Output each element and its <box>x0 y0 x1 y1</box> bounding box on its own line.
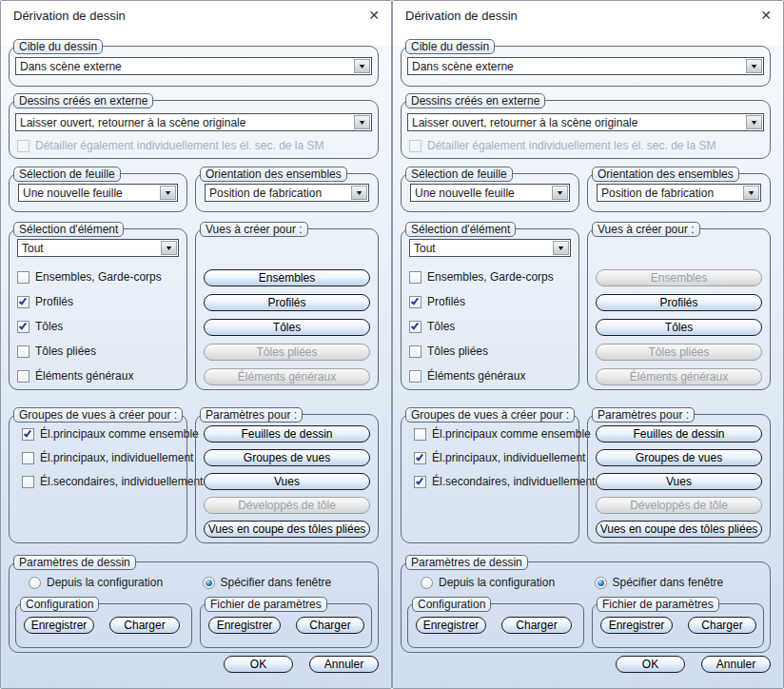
combobox-dropdown-button[interactable]: ▼ <box>351 186 367 200</box>
combobox-dropdown-button[interactable]: ▼ <box>746 59 762 73</box>
checkbox-box[interactable] <box>409 370 421 383</box>
view-group-checkbox[interactable]: Él.principaux, individuellement <box>414 451 571 464</box>
externe-combobox[interactable]: Laisser ouvert, retourner à la scène ori… <box>407 113 764 131</box>
titlebar[interactable]: Dérivation de dessin ✕ <box>1 1 391 30</box>
configuration-save-button[interactable]: Enregistrer <box>24 617 94 634</box>
view-create-button[interactable]: Profilés <box>204 294 370 311</box>
settings-button[interactable]: Vues en coupe des tôles pliées <box>596 521 762 538</box>
element-type-checkbox[interactable]: Tôles pliées <box>409 344 571 358</box>
view-create-button[interactable]: Tôles pliées <box>596 344 762 361</box>
view-group-checkbox[interactable]: Él.principaux comme ensemble <box>414 427 571 441</box>
paramfile-save-button[interactable]: Enregistrer <box>600 617 673 634</box>
configuration-load-button[interactable]: Charger <box>501 617 572 634</box>
checkbox-box[interactable] <box>414 452 426 464</box>
settings-button[interactable]: Vues en coupe des tôles pliées <box>204 521 370 538</box>
group-label: Configuration <box>412 597 491 612</box>
combobox-dropdown-button[interactable]: ▼ <box>160 186 176 200</box>
settings-button[interactable]: Groupes de vues <box>596 449 762 466</box>
group-vues-a-creer: Vues à créer pour : Ensembles Profilés T… <box>195 228 379 390</box>
view-group-checkbox[interactable]: Él.principaux comme ensemble <box>22 427 179 441</box>
checkbox-box[interactable] <box>17 296 29 308</box>
combobox-dropdown-button[interactable]: ▼ <box>161 241 177 255</box>
combobox-dropdown-button[interactable]: ▼ <box>553 241 569 255</box>
radio-depuis-configuration[interactable]: Depuis la configuration <box>29 576 194 589</box>
view-create-button[interactable]: Tôles <box>596 319 762 336</box>
element-type-checkbox[interactable]: Éléments généraux <box>17 369 179 383</box>
view-create-button[interactable]: Tôles <box>204 319 370 336</box>
externe-combobox[interactable]: Laisser ouvert, retourner à la scène ori… <box>15 113 372 131</box>
view-group-checkbox[interactable]: Él.principaux, individuellement <box>22 451 179 464</box>
combobox-dropdown-button[interactable]: ▼ <box>354 59 370 73</box>
view-create-button[interactable]: Éléments généraux <box>596 368 762 385</box>
checkbox-box[interactable] <box>17 321 29 333</box>
configuration-load-button[interactable]: Charger <box>109 617 180 634</box>
checkbox-box[interactable] <box>414 476 426 488</box>
checkbox-box[interactable] <box>17 345 29 358</box>
orientation-combobox[interactable]: Position de fabrication ▼ <box>205 184 369 202</box>
element-type-checkbox[interactable]: Profilés <box>17 295 179 308</box>
element-type-checkbox[interactable]: Tôles <box>17 320 179 333</box>
combobox-dropdown-button[interactable]: ▼ <box>743 186 759 200</box>
settings-button[interactable]: Groupes de vues <box>204 449 370 466</box>
settings-button[interactable]: Vues <box>204 473 370 490</box>
paramfile-load-button[interactable]: Charger <box>296 617 364 634</box>
radio-specifier-fenetre[interactable]: Spécifier dans fenêtre <box>203 576 373 589</box>
view-group-checkbox[interactable]: Él.secondaires, individuellement <box>22 475 179 488</box>
configuration-save-button[interactable]: Enregistrer <box>416 617 486 634</box>
ok-button[interactable]: OK <box>616 656 685 673</box>
paramfile-save-button[interactable]: Enregistrer <box>208 617 281 634</box>
group-label: Paramètres pour : <box>592 407 695 423</box>
titlebar[interactable]: Dérivation de dessin ✕ <box>393 1 783 30</box>
cible-combobox[interactable]: Dans scène externe ▼ <box>15 57 372 75</box>
cancel-button[interactable]: Annuler <box>309 656 379 673</box>
combobox-dropdown-button[interactable]: ▼ <box>354 115 370 129</box>
ok-button[interactable]: OK <box>224 656 293 673</box>
checkbox-box[interactable] <box>409 345 421 358</box>
element-filter-combobox[interactable]: Tout ▼ <box>409 239 571 257</box>
view-group-checkbox[interactable]: Él.secondaires, individuellement <box>414 475 571 488</box>
view-create-button[interactable]: Ensembles <box>596 269 762 286</box>
element-type-checkbox[interactable]: Profilés <box>409 295 571 308</box>
feuille-combobox[interactable]: Une nouvelle feuille ▼ <box>18 184 178 202</box>
checkbox-box[interactable] <box>22 428 34 441</box>
close-button[interactable]: ✕ <box>749 1 783 30</box>
checkbox-box[interactable] <box>17 271 29 284</box>
element-type-checkbox[interactable]: Ensembles, Garde-corps <box>409 270 571 284</box>
settings-button[interactable]: Feuilles de dessin <box>204 425 370 443</box>
checkbox-box[interactable] <box>22 476 34 488</box>
radio-specifier-fenetre[interactable]: Spécifier dans fenêtre <box>595 576 765 589</box>
settings-button[interactable]: Vues <box>596 473 762 490</box>
cancel-button[interactable]: Annuler <box>701 656 771 673</box>
view-create-button[interactable]: Profilés <box>596 294 762 311</box>
close-button[interactable]: ✕ <box>357 1 391 30</box>
radio-depuis-configuration[interactable]: Depuis la configuration <box>421 576 586 589</box>
paramfile-load-button[interactable]: Charger <box>688 617 756 634</box>
group-cible-du-dessin: Cible du dessin Dans scène externe ▼ <box>9 46 379 87</box>
checkbox-box[interactable] <box>22 452 34 464</box>
combobox-dropdown-button[interactable]: ▼ <box>746 115 762 129</box>
view-create-button[interactable]: Tôles pliées <box>204 344 370 361</box>
checkbox-box[interactable] <box>17 370 29 383</box>
element-type-checkbox[interactable]: Éléments généraux <box>409 369 571 383</box>
feuille-combobox[interactable]: Une nouvelle feuille ▼ <box>410 184 570 202</box>
element-filter-combobox[interactable]: Tout ▼ <box>17 239 179 257</box>
element-type-checkbox[interactable]: Tôles pliées <box>17 344 179 358</box>
checkbox-box[interactable] <box>414 428 426 441</box>
checkbox-box[interactable] <box>409 321 421 333</box>
element-type-checkbox[interactable]: Ensembles, Garde-corps <box>17 270 179 284</box>
radio-circle-icon <box>421 577 433 589</box>
group-label: Dessins créés en externe <box>13 93 153 108</box>
group-vues-a-creer: Vues à créer pour : Ensembles Profilés T… <box>587 228 771 390</box>
settings-button[interactable]: Développés de tôle <box>204 497 370 514</box>
view-create-button[interactable]: Éléments généraux <box>204 368 370 385</box>
settings-button[interactable]: Développés de tôle <box>596 497 762 514</box>
view-create-button[interactable]: Ensembles <box>204 269 370 286</box>
cible-combobox[interactable]: Dans scène externe ▼ <box>407 57 764 75</box>
checkbox-box[interactable] <box>409 271 421 284</box>
checkbox-box[interactable] <box>409 296 421 308</box>
combobox-dropdown-button[interactable]: ▼ <box>552 186 568 200</box>
orientation-combobox[interactable]: Position de fabrication ▼ <box>597 184 761 202</box>
settings-button[interactable]: Feuilles de dessin <box>596 425 762 443</box>
dialog-footer: OK Annuler <box>401 656 771 673</box>
element-type-checkbox[interactable]: Tôles <box>409 320 571 333</box>
